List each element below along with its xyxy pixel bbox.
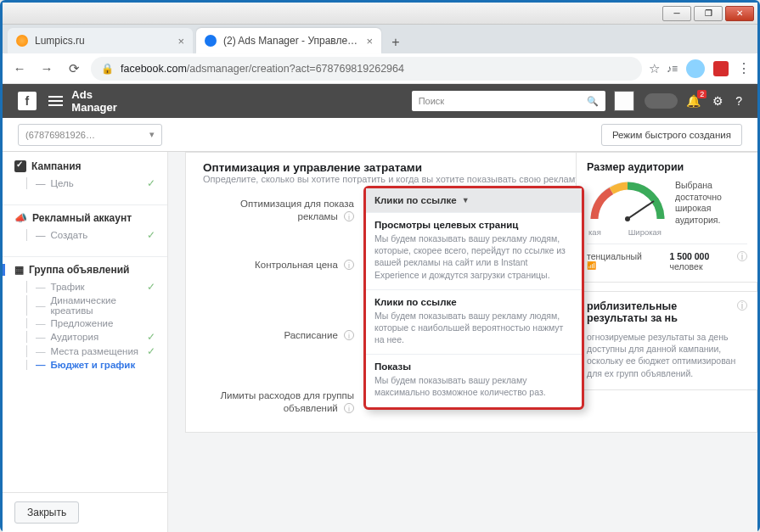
option-desc: Мы будем показывать вашу рекламу людям, … — [374, 232, 573, 281]
window-titlebar: ─ ❐ ✕ — [3, 3, 757, 25]
browser-menu-button[interactable]: ⋮ — [737, 60, 751, 76]
caret-down-icon: ▼ — [462, 196, 470, 204]
window-close-button[interactable]: ✕ — [725, 6, 754, 21]
selected-label: Клики по ссылке — [374, 195, 457, 205]
label-bid-price: Контрольная цена i — [203, 259, 364, 272]
check-icon: ✓ — [147, 177, 155, 189]
media-control-icon[interactable]: ♪≡ — [667, 63, 678, 75]
reach-value: 1 500 000 — [670, 251, 710, 261]
hamburger-menu-icon[interactable] — [48, 96, 64, 106]
global-search-input[interactable]: Поиск 🔍 — [412, 91, 606, 111]
checked-icon — [14, 160, 26, 172]
window-minimize-button[interactable]: ─ — [662, 6, 691, 21]
info-icon[interactable]: i — [737, 251, 747, 261]
info-icon[interactable]: i — [344, 211, 354, 221]
reach-label: тенциальный — [587, 251, 642, 261]
ad-account-selector[interactable]: (67876981926… ▾ — [18, 124, 162, 146]
profile-avatar-icon[interactable] — [686, 59, 705, 78]
search-placeholder: Поиск — [419, 96, 444, 106]
user-name-pill[interactable] — [645, 93, 678, 109]
gauge-label-narrow: кая — [588, 227, 601, 237]
option-desc: Мы будем показывать вашу рекламу людям, … — [374, 310, 573, 346]
dropdown-option-lpviews[interactable]: Просмотры целевых страниц Мы будем показ… — [366, 212, 582, 289]
caret-down-icon: ▾ — [149, 129, 155, 140]
dropdown-option-linkclicks[interactable]: Клики по ссылке Мы будем показывать вашу… — [366, 289, 582, 355]
info-icon[interactable]: i — [344, 260, 354, 270]
url-path: /adsmanager/creation?act=678769819262964 — [187, 63, 404, 75]
reach-unit: человек — [670, 261, 710, 272]
optimization-dropdown[interactable]: Клики по ссылке ▼ Просмотры целевых стра… — [363, 186, 584, 410]
lock-icon: 🔒 — [101, 63, 114, 75]
tab-title: (2) Ads Manager - Управление р — [223, 35, 359, 47]
check-icon: ✓ — [147, 281, 155, 293]
grid-icon: ▦ — [14, 264, 24, 276]
sidebar-item-offer[interactable]: —Предложение — [26, 318, 155, 328]
gauge-icon — [589, 180, 666, 224]
sidebar-item-traffic[interactable]: —Трафик✓ — [26, 281, 155, 293]
results-body: огнозируемые результаты за день доступны… — [587, 331, 747, 379]
gauge-label-wide: Широкая — [628, 227, 661, 237]
estimated-results-panel: i риблизительные результаты за нь огнози… — [576, 291, 757, 390]
dropdown-selected[interactable]: Клики по ссылке ▼ — [366, 188, 582, 212]
option-title: Показы — [374, 361, 573, 372]
sidebar-section-campaign[interactable]: Кампания — [14, 160, 155, 172]
browser-tab-lumpics[interactable]: Lumpics.ru × — [8, 28, 193, 53]
browser-tab-adsmanager[interactable]: (2) Ads Manager - Управление р × — [196, 28, 381, 53]
info-icon[interactable]: i — [344, 330, 354, 340]
nav-reload-button[interactable]: ⟳ — [64, 59, 84, 79]
check-icon: ✓ — [147, 345, 155, 357]
account-bar: (67876981926… ▾ Режим быстрого создания — [3, 118, 757, 152]
option-title: Клики по ссылке — [374, 297, 573, 307]
svg-line-0 — [628, 201, 654, 219]
new-tab-button[interactable]: + — [385, 31, 407, 53]
creation-sidebar: Кампания — Цель ✓ 📣 Рекламный аккаунт — … — [3, 152, 168, 532]
right-column: Размер аудитории — [576, 152, 757, 399]
tab-close-icon[interactable]: × — [366, 35, 373, 48]
panel-title: риблизительные результаты за нь — [587, 300, 747, 324]
account-label: (67876981926… — [25, 130, 95, 140]
sidebar-item-budget-schedule[interactable]: —Бюджет и график — [26, 360, 155, 370]
panel-title: Размер аудитории — [587, 161, 747, 173]
tab-close-icon[interactable]: × — [177, 35, 184, 48]
settings-gear-icon[interactable]: ⚙ — [712, 94, 723, 108]
dropdown-option-impressions[interactable]: Показы Мы будем показывать вашу рекламу … — [366, 354, 582, 406]
sidebar-item-goal[interactable]: — Цель ✓ — [26, 177, 155, 189]
url-domain: facebook.com — [121, 63, 187, 75]
app-topbar: f Ads Manager Поиск 🔍 🔔2 ⚙ ? — [3, 84, 757, 118]
nav-forward-button[interactable]: → — [37, 59, 57, 79]
sidebar-item-create[interactable]: — Создать ✓ — [26, 229, 155, 241]
content-area: Оптимизация и управление затратами Опред… — [168, 152, 757, 532]
nav-back-button[interactable]: ← — [9, 59, 30, 79]
window-maximize-button[interactable]: ❐ — [694, 6, 723, 21]
notifications-bell-icon[interactable]: 🔔2 — [686, 94, 701, 108]
option-desc: Мы будем показывать вашу рекламу максима… — [374, 374, 573, 398]
audience-desc: Выбрана достаточно широкая аудитория. — [675, 180, 747, 227]
sidebar-item-audience[interactable]: —Аудитория✓ — [26, 331, 155, 343]
sidebar-item-placements[interactable]: —Места размещения✓ — [26, 345, 155, 357]
info-icon[interactable]: i — [737, 300, 747, 311]
close-button[interactable]: Закрыть — [14, 501, 79, 524]
extension-ublock-icon[interactable] — [713, 61, 729, 76]
check-icon: ✓ — [147, 229, 155, 241]
quick-creation-mode-button[interactable]: Режим быстрого создания — [601, 124, 742, 146]
megaphone-icon: 📣 — [14, 212, 27, 224]
info-icon[interactable]: i — [344, 403, 354, 413]
favicon-facebook-icon — [205, 35, 217, 47]
user-thumbnail[interactable] — [614, 91, 634, 111]
audience-size-panel: Размер аудитории — [576, 152, 757, 283]
address-bar[interactable]: 🔒 facebook.com /adsmanager/creation?act=… — [91, 57, 642, 81]
sidebar-item-dynamic[interactable]: —Динамические креативы — [26, 295, 155, 316]
bookmark-star-icon[interactable]: ☆ — [649, 61, 660, 76]
facebook-logo-icon[interactable]: f — [18, 92, 37, 110]
sidebar-label: Кампания — [31, 160, 82, 172]
check-icon: ✓ — [147, 331, 155, 343]
sidebar-section-adaccount[interactable]: 📣 Рекламный аккаунт — [14, 212, 155, 224]
label-spend-limits: Лимиты расходов для группы объявлений i — [203, 389, 364, 415]
svg-point-1 — [625, 216, 630, 221]
help-icon[interactable]: ? — [735, 94, 742, 108]
label-schedule: Расписание i — [203, 329, 364, 342]
app-title: Ads Manager — [71, 88, 139, 114]
tab-title: Lumpics.ru — [35, 35, 85, 47]
sidebar-section-adset[interactable]: ▦ Группа объявлений — [3, 264, 155, 276]
search-icon: 🔍 — [587, 96, 599, 107]
